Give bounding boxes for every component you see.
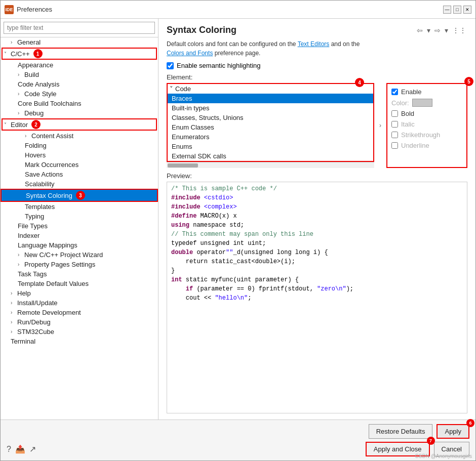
colors-fonts-link[interactable]: Colors and Fonts [167, 50, 213, 57]
badge-6: 6 [466, 419, 474, 427]
sidebar-item-build[interactable]: › Build [1, 70, 158, 79]
sidebar-item-label: Debug [24, 109, 44, 117]
sidebar-item-scalability[interactable]: Scalability [1, 179, 158, 189]
list-item[interactable]: Enumerators [168, 132, 373, 142]
code-line: } [171, 266, 463, 275]
code-line: if (parameter == 0) fprintf(stdout, "zer… [171, 284, 463, 294]
filter-box [1, 19, 158, 37]
help-icon[interactable]: ? [7, 445, 11, 454]
enable-semantic-checkbox[interactable] [167, 62, 174, 69]
sidebar-item-template-defaults[interactable]: Template Default Values [1, 279, 158, 288]
sidebar-item-run-debug[interactable]: › Run/Debug [1, 317, 158, 327]
forward-icon[interactable]: ⇨ [433, 25, 442, 35]
sidebar-item-folding[interactable]: Folding [1, 141, 158, 150]
sidebar-item-new-wizard[interactable]: › New C/C++ Project Wizard [1, 250, 158, 260]
italic-prop-label: Italic [401, 120, 415, 128]
text-editors-link[interactable]: Text Editors [298, 40, 330, 48]
sidebar-item-templates[interactable]: Templates [1, 202, 158, 212]
italic-checkbox[interactable] [391, 121, 398, 128]
code-line: #include <cstdio> [171, 193, 463, 202]
sidebar-item-help[interactable]: › Help [1, 288, 158, 298]
menu-icon[interactable]: ⋮⋮ [451, 25, 467, 35]
apply-button[interactable]: Apply [437, 424, 469, 439]
list-item[interactable]: Enums [168, 142, 373, 151]
sidebar-item-debug[interactable]: › Debug [1, 108, 158, 118]
sidebar-item-general[interactable]: › General [1, 37, 158, 47]
element-list-container[interactable]: ˅ Code Braces Built-in types Classes, St… [167, 83, 374, 162]
description: Default colors and font can be configure… [167, 39, 467, 58]
scroll-right-btn[interactable]: › [378, 83, 382, 168]
strikethrough-prop-label: Strikethrough [401, 131, 440, 139]
list-item[interactable]: Built-in types [168, 103, 373, 113]
sidebar-item-stm32cube[interactable]: › STM32Cube [1, 327, 158, 337]
tree-container[interactable]: › General ˅ C/C++ 1 Appearance › Build [1, 37, 158, 420]
sidebar-item-file-types[interactable]: File Types [1, 221, 158, 231]
badge-3: 3 [76, 191, 85, 200]
sidebar-item-label: Run/Debug [17, 318, 51, 326]
sidebar-item-code-analysis[interactable]: Code Analysis [1, 79, 158, 89]
sidebar-item-syntax-coloring[interactable]: Syntax Coloring 3 [1, 189, 158, 202]
sidebar-item-code-style[interactable]: › Code Style [1, 89, 158, 99]
sidebar-item-label: Install/Update [17, 299, 58, 307]
title-bar: IDE Preferences — □ ✕ [1, 1, 475, 19]
sidebar-item-hovers[interactable]: Hovers [1, 150, 158, 160]
close-button[interactable]: ✕ [463, 6, 471, 14]
import-icon[interactable]: ↗ [29, 444, 36, 454]
element-group-header[interactable]: ˅ Code [168, 84, 373, 94]
list-item[interactable]: External SDK calls [168, 151, 373, 161]
dropdown-icon[interactable]: ▾ [426, 25, 431, 35]
sidebar-item-cpp[interactable]: ˅ C/C++ 1 [2, 48, 157, 60]
sidebar-item-save-actions[interactable]: Save Actions [1, 170, 158, 179]
sidebar-item-lang-mappings[interactable]: Language Mappings [1, 240, 158, 250]
scroll-thumb-h [168, 163, 198, 167]
sidebar-item-appearance[interactable]: Appearance [1, 60, 158, 70]
strikethrough-checkbox[interactable] [391, 132, 398, 138]
export-icon[interactable]: 📤 [15, 444, 25, 454]
sidebar-item-label: Templates [25, 203, 55, 211]
horizontal-scrollbar[interactable] [167, 162, 374, 168]
code-line: double operator""_d(unsigned long long i… [171, 248, 463, 257]
minimize-button[interactable]: — [443, 6, 451, 14]
enable-checkbox[interactable] [391, 89, 398, 95]
restore-defaults-button[interactable]: Restore Defaults [369, 424, 433, 439]
filter-input[interactable] [4, 22, 155, 34]
list-item[interactable]: Braces [168, 94, 373, 103]
underline-checkbox[interactable] [391, 142, 398, 149]
sidebar-item-indexer[interactable]: Indexer [1, 231, 158, 240]
sidebar-item-label: Appearance [18, 61, 53, 69]
expand-icon: › [18, 262, 23, 267]
content-area: › General ˅ C/C++ 1 Appearance › Build [1, 19, 475, 420]
sidebar-item-prop-pages[interactable]: › Property Pages Settings [1, 260, 158, 269]
color-prop-row: Color: [391, 99, 462, 107]
code-line: int static myfunc(uint parameter) { [171, 275, 463, 284]
sidebar-item-content-assist[interactable]: › Content Assist [1, 131, 158, 141]
list-item[interactable]: Enum Classes [168, 122, 373, 132]
ide-icon: IDE [5, 5, 14, 14]
sidebar-item-remote-dev[interactable]: › Remote Development [1, 308, 158, 317]
title-bar-left: IDE Preferences [5, 5, 52, 14]
code-line: using namespace std; [171, 221, 463, 230]
sidebar-item-label: New C/C++ Project Wizard [24, 251, 103, 259]
code-line: // This comment may span only this line [171, 230, 463, 239]
color-swatch[interactable] [412, 99, 432, 107]
maximize-button[interactable]: □ [453, 6, 461, 14]
list-item[interactable]: Classes, Structs, Unions [168, 113, 373, 122]
expand-icon: › [11, 310, 16, 315]
sidebar-item-core-build[interactable]: Core Build Toolchains [1, 99, 158, 108]
sidebar-item-install-update[interactable]: › Install/Update [1, 298, 158, 308]
bottom-bar: Restore Defaults Apply 6 ? 📤 ↗ Apply and… [1, 420, 475, 460]
sidebar-item-mark-occurrences[interactable]: Mark Occurrences [1, 160, 158, 170]
sidebar-item-task-tags[interactable]: Task Tags [1, 269, 158, 279]
sidebar-item-label: General [17, 38, 41, 46]
badge-2: 2 [31, 120, 41, 129]
expand-icon: › [18, 110, 23, 116]
bold-checkbox[interactable] [391, 110, 398, 117]
sidebar-item-typing[interactable]: Typing [1, 212, 158, 221]
sidebar-item-terminal[interactable]: Terminal [1, 337, 158, 346]
dropdown-icon2[interactable]: ▾ [444, 25, 449, 35]
sidebar-item-editor[interactable]: ˅ Editor 2 [2, 118, 157, 131]
group-label: Code [175, 85, 191, 93]
expand-icon: › [11, 39, 16, 45]
back-icon[interactable]: ⇦ [416, 25, 424, 35]
sidebar-item-label: Remote Development [17, 309, 81, 316]
